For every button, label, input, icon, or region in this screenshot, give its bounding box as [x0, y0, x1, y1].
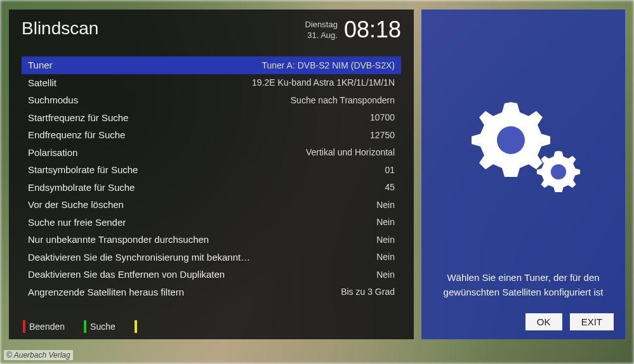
option-label: Tuner — [28, 60, 53, 70]
option-value: Tuner A: DVB-S2 NIM (DVB-S2X) — [261, 60, 395, 70]
option-row[interactable]: PolarisationVertikal und Horizontal — [22, 144, 401, 162]
option-row[interactable]: Startfrequenz für Suche10700 — [22, 109, 401, 127]
date-label: 31. Aug. — [305, 30, 338, 41]
page-title: Blindscan — [22, 18, 98, 39]
exit-button[interactable]: EXIT — [570, 313, 614, 330]
option-label: Startfrequenz für Suche — [28, 112, 128, 123]
option-label: Suche nur freie Sender — [28, 217, 126, 228]
option-value: 10700 — [370, 112, 395, 122]
option-value: Nein — [376, 217, 395, 227]
copyright-label: © Auerbach Verlag — [4, 350, 73, 360]
main-settings-panel: Blindscan Dienstag 31. Aug. 08:18 TunerT… — [9, 10, 414, 339]
option-value: Nein — [376, 252, 395, 262]
option-label: Polarisation — [28, 147, 77, 158]
yellow-marker-icon — [135, 320, 137, 333]
panel-header: Blindscan Dienstag 31. Aug. 08:18 — [22, 18, 401, 51]
red-button[interactable]: Beenden — [23, 320, 65, 333]
option-label: Vor der Suche löschen — [28, 199, 124, 210]
svg-point-0 — [497, 126, 525, 154]
help-side-panel: Wählen Sie einen Tuner, der für den gewü… — [421, 10, 625, 339]
option-row[interactable]: Suche nur freie SenderNein — [22, 214, 401, 231]
option-label: Nur unbekannte Transponder durchsuchen — [28, 234, 209, 245]
option-value: 19.2E Ku-band Astra 1KR/1L/1M/1N — [252, 77, 395, 88]
option-label: Angrenzende Satelliten heraus filtern — [28, 287, 184, 297]
gear-icon-wrap — [433, 22, 614, 271]
weekday-label: Dienstag — [305, 20, 338, 30]
option-value: Nein — [376, 200, 395, 210]
option-label: Endfrequenz für Suche — [28, 129, 125, 140]
option-row[interactable]: Nur unbekannte Transponder durchsuchenNe… — [22, 231, 401, 249]
help-text: Wählen Sie einen Tuner, der für den gewü… — [433, 271, 614, 299]
green-button-label: Suche — [90, 322, 116, 332]
green-marker-icon — [84, 320, 86, 333]
side-button-row: OK EXIT — [525, 313, 614, 330]
option-value: 01 — [385, 165, 395, 175]
yellow-button[interactable] — [135, 320, 141, 333]
option-value: 12750 — [370, 130, 395, 140]
option-row[interactable]: Vor der Suche löschenNein — [22, 196, 401, 214]
option-label: Suchmodus — [28, 94, 78, 105]
option-label: Startsymbolrate für Suche — [28, 164, 138, 175]
option-value: Nein — [376, 235, 395, 245]
svg-point-1 — [550, 164, 565, 179]
red-marker-icon — [23, 320, 25, 333]
option-row[interactable]: SuchmodusSuche nach Transpondern — [22, 91, 401, 109]
time-label: 08:18 — [344, 18, 401, 41]
green-button[interactable]: Suche — [84, 320, 116, 333]
clock-block: Dienstag 31. Aug. 08:18 — [305, 18, 401, 41]
option-value: Nein — [376, 270, 395, 280]
option-label: Deaktivieren Sie die Synchronisierung mi… — [28, 252, 255, 263]
option-label: Satellit — [28, 77, 56, 88]
option-value: Vertikal und Horizontal — [306, 147, 395, 157]
option-row[interactable]: Satellit19.2E Ku-band Astra 1KR/1L/1M/1N — [22, 74, 401, 92]
option-label: Endsymbolrate für Suche — [28, 182, 135, 193]
option-row[interactable]: Deaktivieren Sie die Synchronisierung mi… — [22, 249, 401, 266]
option-row[interactable]: Endsymbolrate für Suche45 — [22, 179, 401, 197]
option-row[interactable]: Endfrequenz für Suche12750 — [22, 126, 401, 144]
date-block: Dienstag 31. Aug. — [305, 18, 338, 41]
options-list: TunerTuner A: DVB-S2 NIM (DVB-S2X)Satell… — [22, 56, 401, 315]
option-label: Deaktivieren Sie das Entfernen von Dupli… — [28, 269, 225, 280]
color-button-bar: Beenden Suche — [22, 315, 401, 333]
red-button-label: Beenden — [29, 322, 65, 332]
option-row[interactable]: Deaktivieren Sie das Entfernen von Dupli… — [22, 266, 401, 283]
option-row[interactable]: TunerTuner A: DVB-S2 NIM (DVB-S2X) — [22, 56, 401, 74]
option-value: 45 — [385, 182, 395, 192]
option-row[interactable]: Angrenzende Satelliten heraus filternBis… — [22, 283, 401, 301]
ok-button[interactable]: OK — [525, 313, 562, 330]
option-row[interactable]: Startsymbolrate für Suche01 — [22, 161, 401, 179]
gear-icon — [460, 83, 587, 210]
option-value: Bis zu 3 Grad — [341, 287, 395, 297]
option-value: Suche nach Transpondern — [291, 95, 395, 105]
